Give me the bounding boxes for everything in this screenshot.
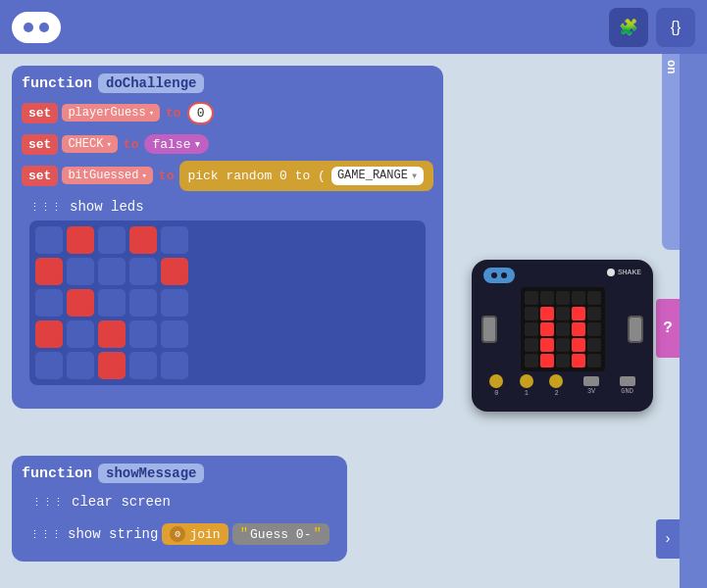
puzzle-icon: 🧩: [619, 18, 638, 36]
led-0-3[interactable]: [129, 226, 157, 254]
microbit-btn-b[interactable]: [628, 316, 643, 343]
string-badge[interactable]: " Guess 0- ": [232, 523, 329, 545]
to-kw-1: to: [164, 106, 183, 121]
clear-screen-block[interactable]: ⋮⋮⋮ clear screen: [22, 489, 337, 514]
led-0-1[interactable]: [67, 226, 94, 254]
code-icon: {}: [671, 19, 682, 36]
show-string-block: ⋮⋮⋮ show string ⚙ join " Guess 0- ": [22, 518, 337, 550]
header: 🧩 {}: [0, 0, 707, 54]
pick-random-block: pick random 0 to ( GAME_RANGE ▾: [179, 161, 433, 191]
game-range-badge[interactable]: GAME_RANGE ▾: [329, 165, 426, 187]
show-leds-header: ⋮⋮⋮ show leds: [29, 199, 426, 215]
function1-container: function doChallenge set playerGuess ▾ t…: [12, 66, 443, 423]
led-3-4[interactable]: [161, 320, 188, 348]
grid-icon-3: ⋮⋮⋮: [29, 528, 62, 541]
set-kw-2: set: [22, 134, 58, 155]
led-3-3[interactable]: [129, 320, 157, 348]
right-panel: [680, 54, 707, 588]
function1-keyword: function: [22, 75, 92, 92]
canvas: on ? › function doChallenge set playerGu…: [0, 54, 707, 588]
led-1-4[interactable]: [161, 258, 188, 285]
led-4-3[interactable]: [129, 352, 157, 379]
show-string-label: show string: [68, 526, 158, 542]
led-3-0[interactable]: [35, 320, 63, 348]
led-1-1[interactable]: [67, 258, 94, 285]
function1-block: function doChallenge set playerGuess ▾ t…: [12, 66, 443, 409]
grid-icon-2: ⋮⋮⋮: [31, 496, 64, 509]
led-2-0[interactable]: [35, 289, 63, 317]
function2-header: function showMessage: [22, 464, 337, 483]
stmt-set-bitguessed: set bitGuessed ▾ to pick random 0 to ( G…: [22, 162, 433, 189]
stmt-set-check: set CHECK ▾ to false ▾: [22, 130, 433, 158]
led-1-2[interactable]: [98, 258, 126, 285]
join-label: join: [189, 527, 220, 542]
set-kw-1: set: [22, 103, 58, 123]
led-0-4[interactable]: [161, 226, 188, 254]
arrow-icon: ›: [664, 531, 672, 547]
grid-icon-1: ⋮⋮⋮: [29, 201, 62, 214]
var-bitguessed[interactable]: bitGuessed ▾: [62, 167, 152, 184]
led-4-2[interactable]: [98, 352, 126, 379]
question-icon: ?: [663, 319, 673, 337]
puzzle-button[interactable]: 🧩: [609, 8, 648, 47]
to-kw-3: to: [157, 169, 177, 183]
led-2-4[interactable]: [161, 289, 188, 317]
microbit-btn-a[interactable]: [481, 316, 497, 343]
value-0[interactable]: 0: [187, 102, 215, 124]
led-grid[interactable]: [29, 220, 426, 385]
show-leds-container: ⋮⋮⋮ show leds: [22, 193, 433, 393]
function2-name-badge[interactable]: showMessage: [98, 464, 204, 483]
led-4-0[interactable]: [35, 352, 63, 379]
on-panel: on: [662, 54, 680, 250]
led-3-2[interactable]: [98, 320, 126, 348]
join-gear-icon: ⚙: [170, 526, 185, 542]
set-kw-3: set: [22, 166, 58, 186]
var-check[interactable]: CHECK ▾: [62, 135, 117, 153]
led-0-2[interactable]: [98, 226, 126, 254]
join-badge[interactable]: ⚙ join: [162, 523, 227, 545]
microbit-display: [521, 287, 605, 371]
function2-keyword: function: [22, 466, 92, 482]
code-button[interactable]: {}: [656, 8, 695, 47]
function2-block: function showMessage ⋮⋮⋮ clear screen ⋮⋮…: [12, 456, 347, 562]
header-logo[interactable]: [12, 12, 61, 43]
microbit-device: SHAKE: [472, 260, 653, 412]
show-leds-label: show leds: [70, 199, 144, 215]
string-value: Guess 0-: [250, 527, 311, 542]
function1-header: function doChallenge: [22, 74, 433, 93]
function2-container: function showMessage ⋮⋮⋮ clear screen ⋮⋮…: [12, 456, 347, 576]
question-panel[interactable]: ?: [656, 299, 680, 358]
arrow-panel[interactable]: ›: [656, 519, 680, 559]
var-playerguess[interactable]: playerGuess ▾: [62, 104, 160, 122]
led-4-1[interactable]: [67, 352, 94, 379]
led-2-1[interactable]: [67, 289, 94, 317]
function1-name-badge[interactable]: doChallenge: [98, 74, 204, 93]
led-0-0[interactable]: [35, 226, 63, 254]
value-false[interactable]: false ▾: [144, 134, 209, 154]
stmt-set-playerguess: set playerGuess ▾ to 0: [22, 99, 433, 126]
on-panel-text: on: [664, 60, 678, 74]
shake-label: SHAKE: [618, 268, 641, 276]
to-kw-2: to: [122, 137, 141, 152]
led-2-3[interactable]: [129, 289, 157, 317]
clear-screen-label: clear screen: [72, 494, 171, 510]
led-1-3[interactable]: [129, 258, 157, 285]
led-3-1[interactable]: [67, 320, 94, 348]
led-1-0[interactable]: [35, 258, 63, 285]
led-2-2[interactable]: [98, 289, 126, 317]
led-4-4[interactable]: [161, 352, 188, 379]
